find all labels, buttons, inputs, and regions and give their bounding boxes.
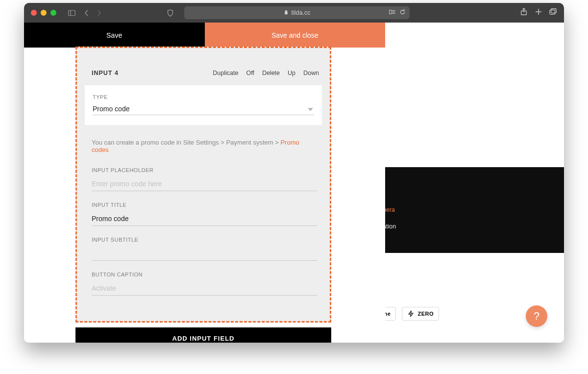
input-block-4: INPUT 4 Duplicate Off Delete Up Down TYP… xyxy=(75,47,331,323)
action-down[interactable]: Down xyxy=(303,70,319,76)
svg-rect-9 xyxy=(551,9,557,13)
input-title-input[interactable] xyxy=(92,213,317,226)
save-and-close-button[interactable]: Save and close xyxy=(205,23,386,48)
editor-panel: Save Save and close INPUT 4 Duplicate Of… xyxy=(24,23,385,343)
new-tab-icon[interactable] xyxy=(535,8,542,18)
svg-rect-0 xyxy=(68,10,75,16)
promo-hint: You can create a promo code in Site Sett… xyxy=(77,139,330,153)
block-title: INPUT 4 xyxy=(92,70,119,76)
minimize-window-icon[interactable] xyxy=(41,10,47,16)
maximize-window-icon[interactable] xyxy=(50,10,56,16)
input-subtitle-input[interactable] xyxy=(92,248,317,261)
type-label: TYPE xyxy=(93,94,314,100)
tabs-icon[interactable] xyxy=(549,8,557,18)
help-button[interactable]: ? xyxy=(526,305,547,327)
svg-rect-10 xyxy=(550,10,555,14)
type-select[interactable]: Promo code xyxy=(93,105,314,115)
action-off[interactable]: Off xyxy=(246,70,254,76)
chevron-down-icon xyxy=(308,106,313,114)
svg-marker-12 xyxy=(308,108,313,111)
button-caption-input[interactable] xyxy=(92,282,317,296)
action-up[interactable]: Up xyxy=(288,70,295,76)
browser-window: tilda.cc nera xyxy=(24,3,564,343)
address-text: tilda.cc xyxy=(292,9,311,16)
bolt-icon xyxy=(407,310,415,317)
placeholder-label: INPUT PLACEHOLDER xyxy=(92,167,317,173)
svg-marker-11 xyxy=(409,311,414,317)
type-value: Promo code xyxy=(93,105,129,113)
field-placeholder: INPUT PLACEHOLDER xyxy=(77,167,330,191)
field-input-title: INPUT TITLE xyxy=(77,202,330,226)
input-subtitle-label: INPUT SUBTITLE xyxy=(92,237,317,243)
button-caption-label: BUTTON CAPTION xyxy=(92,272,317,277)
field-button-caption: BUTTON CAPTION xyxy=(77,272,330,296)
save-button[interactable]: Save xyxy=(24,23,205,48)
forward-icon xyxy=(94,8,104,18)
add-input-field-button[interactable]: ADD INPUT FIELD xyxy=(75,327,331,343)
type-card: TYPE Promo code xyxy=(85,85,322,125)
action-duplicate[interactable]: Duplicate xyxy=(213,70,238,76)
address-bar[interactable]: tilda.cc xyxy=(184,6,410,19)
field-input-subtitle: INPUT SUBTITLE xyxy=(77,237,330,261)
svg-rect-2 xyxy=(390,10,392,14)
panel-actions: Save Save and close xyxy=(24,23,385,48)
block-action-row: Duplicate Off Delete Up Down xyxy=(213,70,319,76)
placeholder-input[interactable] xyxy=(92,178,317,191)
titlebar: tilda.cc xyxy=(24,3,564,23)
close-window-icon[interactable] xyxy=(31,10,37,16)
preview-line: ation xyxy=(383,223,564,230)
viewport: nera ation Line ZERO Save Save and close xyxy=(24,23,564,343)
back-icon[interactable] xyxy=(81,8,92,18)
share-icon[interactable] xyxy=(520,8,528,18)
page-preview: nera ation xyxy=(383,167,564,253)
input-title-label: INPUT TITLE xyxy=(92,202,317,208)
titlebar-trailing xyxy=(520,8,557,18)
traffic-lights[interactable] xyxy=(31,10,56,16)
action-delete[interactable]: Delete xyxy=(262,70,280,76)
block-zero[interactable]: ZERO xyxy=(402,307,439,321)
reload-icon[interactable] xyxy=(399,9,406,17)
lock-icon xyxy=(284,9,289,16)
preview-line-accent: nera xyxy=(383,206,564,213)
shield-icon[interactable] xyxy=(165,8,175,18)
sidebar-toggle-icon[interactable] xyxy=(66,8,77,18)
reader-icon[interactable] xyxy=(389,9,395,17)
